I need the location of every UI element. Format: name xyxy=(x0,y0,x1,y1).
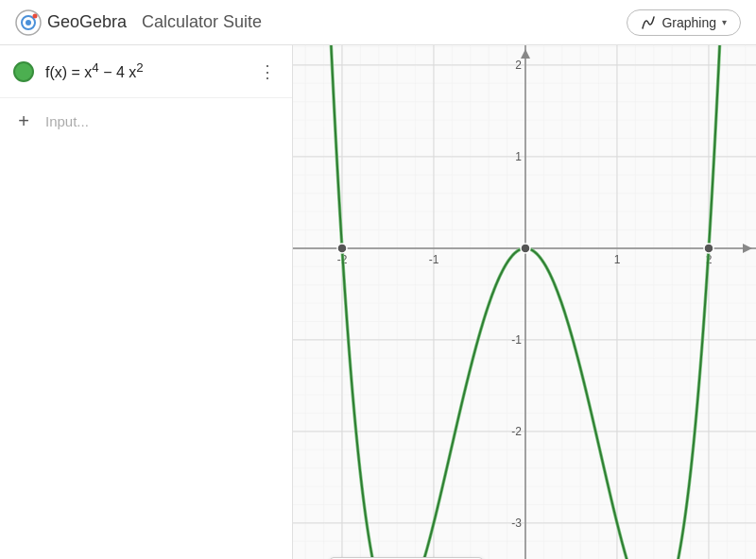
mode-selector-button[interactable]: Graphing ▾ xyxy=(627,9,741,36)
svg-point-3 xyxy=(33,13,38,18)
logo-area: GeoGebra xyxy=(15,9,127,36)
geogebra-logo-icon xyxy=(15,9,42,36)
sidebar: f(x) = x4 − 4 x2 ⋮ + Input... xyxy=(0,45,293,559)
input-placeholder[interactable]: Input... xyxy=(45,113,89,129)
function-expression: f(x) = x4 − 4 x2 xyxy=(45,60,256,81)
function-graph-canvas[interactable] xyxy=(293,45,756,559)
logo-text: GeoGebra xyxy=(47,12,127,32)
chevron-down-icon: ▾ xyxy=(722,17,727,27)
header: GeoGebra Calculator Suite Graphing ▾ xyxy=(0,0,756,45)
main-layout: f(x) = x4 − 4 x2 ⋮ + Input... xyxy=(0,45,756,559)
add-input-button[interactable]: + xyxy=(13,110,34,131)
svg-point-2 xyxy=(26,20,31,25)
calc-suite-label: Calculator Suite xyxy=(142,12,262,32)
function-row: f(x) = x4 − 4 x2 ⋮ xyxy=(0,45,292,98)
function-color-dot[interactable] xyxy=(13,61,34,82)
graphing-icon xyxy=(641,15,656,30)
mode-label: Graphing xyxy=(662,15,716,30)
graph-area[interactable]: -3 −3 −2 −1 1 2 1 −1 −2 xyxy=(293,45,756,559)
function-menu-button[interactable]: ⋮ xyxy=(256,60,279,83)
input-row[interactable]: + Input... xyxy=(0,98,292,144)
